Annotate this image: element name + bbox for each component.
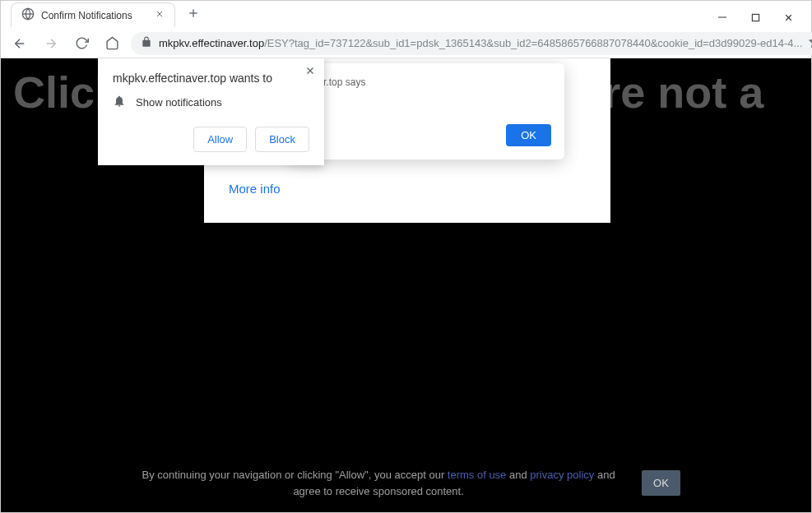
browser-window: Confirm Notifications	[0, 0, 812, 513]
title-bar: Confirm Notifications	[1, 1, 811, 29]
more-info-link[interactable]: More info	[229, 182, 281, 196]
window-controls	[703, 6, 808, 29]
bookmark-star-icon[interactable]	[809, 35, 812, 51]
bell-icon	[113, 95, 126, 110]
consent-bar: By continuing your navigation or clickin…	[1, 454, 811, 512]
home-button[interactable]	[100, 31, 124, 55]
address-bar[interactable]: mkpkv.effectinaver.top/ESY?tag_id=737122…	[131, 32, 812, 55]
browser-toolbar: mkpkv.effectinaver.top/ESY?tag_id=737122…	[1, 29, 811, 58]
tabs-area: Confirm Notifications	[11, 1, 703, 29]
javascript-alert-dialog: naver.top says OK	[289, 63, 564, 159]
consent-pre: By continuing your navigation or clickin…	[142, 469, 448, 481]
prompt-title: mkpkv.effectinaver.top wants to	[113, 72, 309, 85]
url-text: mkpkv.effectinaver.top/ESY?tag_id=737122…	[159, 37, 802, 49]
browser-tab[interactable]: Confirm Notifications	[11, 2, 175, 27]
consent-text: By continuing your navigation or clickin…	[132, 467, 625, 499]
maximize-button[interactable]	[745, 7, 765, 27]
forward-button[interactable]	[39, 31, 63, 56]
url-path: /ESY?tag_id=737122&sub_id1=pdsk_1365143&…	[264, 37, 802, 49]
tab-close-icon[interactable]	[155, 9, 165, 21]
block-button[interactable]: Block	[255, 127, 309, 152]
privacy-link[interactable]: privacy policy	[530, 469, 594, 481]
consent-ok-button[interactable]: OK	[642, 470, 680, 496]
notification-permission-prompt: mkpkv.effectinaver.top wants to Show not…	[98, 58, 324, 165]
new-tab-button[interactable]	[183, 3, 203, 27]
minimize-button[interactable]	[712, 7, 732, 27]
prompt-permission-label: Show notifications	[136, 96, 222, 109]
prompt-actions: Allow Block	[113, 127, 309, 152]
lock-icon[interactable]	[141, 36, 152, 50]
svg-rect-7	[752, 14, 759, 21]
tab-title: Confirm Notifications	[41, 10, 148, 21]
allow-button[interactable]: Allow	[193, 127, 247, 152]
consent-and: and	[506, 469, 530, 481]
reload-button[interactable]	[70, 31, 94, 55]
close-window-button[interactable]	[778, 7, 798, 27]
prompt-permission-row: Show notifications	[113, 95, 309, 110]
page-content: Click ................................ u…	[1, 58, 811, 512]
alert-ok-button[interactable]: OK	[506, 124, 551, 146]
globe-icon	[21, 7, 35, 23]
back-button[interactable]	[7, 31, 32, 56]
terms-link[interactable]: terms of use	[448, 469, 507, 481]
alert-origin: naver.top says	[302, 76, 551, 88]
alert-actions: OK	[302, 124, 551, 146]
url-domain: mkpkv.effectinaver.top	[159, 37, 264, 49]
prompt-close-icon[interactable]	[304, 65, 316, 80]
